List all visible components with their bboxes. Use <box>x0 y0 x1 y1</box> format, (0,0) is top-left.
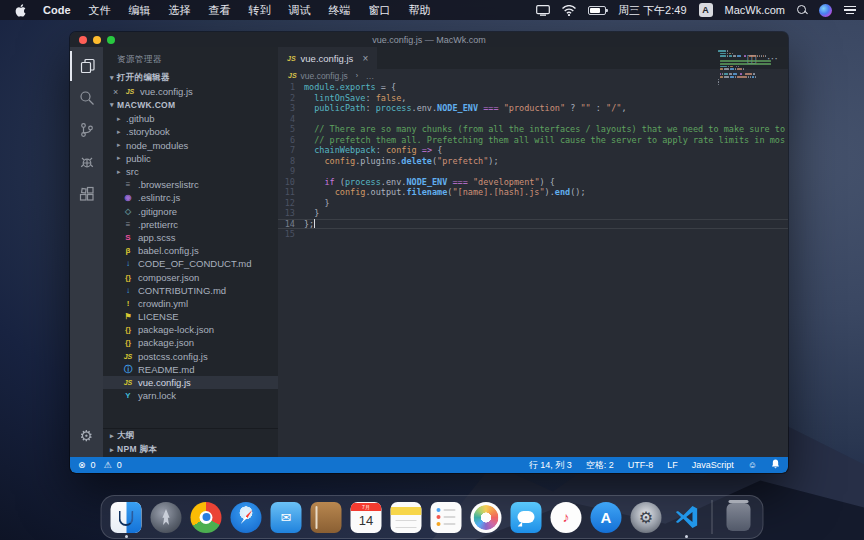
menu-item[interactable]: 调试 <box>280 4 320 16</box>
folder-item-storybook[interactable]: ▸.storybook <box>103 125 278 138</box>
file-item-LICENSE[interactable]: ⚑LICENSE <box>103 310 278 323</box>
file-item-.gitignore[interactable]: ◇.gitignore <box>103 205 278 218</box>
dock-item-reminders[interactable] <box>430 501 463 534</box>
open-editor-item[interactable]: ×JSvue.config.js <box>103 85 278 98</box>
manage-gear-icon[interactable]: ⚙ <box>70 421 103 451</box>
file-item-CODE_OF_CONDUCT.md[interactable]: ↓CODE_OF_CONDUCT.md <box>103 257 278 270</box>
code-line-14[interactable]: 14}; <box>278 219 788 230</box>
problems-indicator[interactable]: ⊗ 0 ⚠ 0 <box>78 460 122 470</box>
dock-item-trash[interactable] <box>722 501 755 534</box>
explorer-icon[interactable] <box>70 51 103 81</box>
sidebar-section-大纲[interactable]: ▸大纲 <box>103 429 278 443</box>
file-item-.prettierrc[interactable]: ≡.prettierrc <box>103 218 278 231</box>
dock-item-safari[interactable] <box>230 501 263 534</box>
dock-item-messages[interactable] <box>510 501 543 534</box>
notification-center-icon[interactable] <box>844 6 856 15</box>
dock-item-chrome[interactable] <box>190 501 223 534</box>
menu-item[interactable]: 转到 <box>240 4 280 16</box>
menu-item[interactable]: 编辑 <box>120 4 160 16</box>
code-line-4[interactable]: 4 <box>278 114 788 125</box>
file-item-babel.config.js[interactable]: βbabel.config.js <box>103 244 278 257</box>
feedback-smiley-icon[interactable]: ☺ <box>748 460 757 470</box>
file-item-yarn.lock[interactable]: Yyarn.lock <box>103 389 278 402</box>
sidebar-section-NPM 脚本[interactable]: ▸NPM 脚本 <box>103 443 278 457</box>
breadcrumb-file[interactable]: vue.config.js <box>301 71 348 81</box>
dock-item-notes[interactable] <box>390 501 423 534</box>
code-line-8[interactable]: 8 config.plugins.delete("prefetch"); <box>278 156 788 167</box>
menu-item[interactable]: 帮助 <box>400 4 440 16</box>
minimize-window-button[interactable] <box>93 36 101 44</box>
menu-app-name[interactable]: Code <box>34 4 80 16</box>
menu-brand-text[interactable]: MacWk.com <box>725 4 786 16</box>
file-item-composer.json[interactable]: {}composer.json <box>103 270 278 283</box>
code-line-12[interactable]: 12 } <box>278 198 788 209</box>
menu-item[interactable]: 查看 <box>200 4 240 16</box>
dock-item-vscode[interactable] <box>670 501 703 534</box>
code-line-9[interactable]: 9 <box>278 166 788 177</box>
dock-item-finder[interactable] <box>110 501 143 534</box>
code-line-13[interactable]: 13 } <box>278 208 788 219</box>
open-editors-section[interactable]: ▾ 打开的编辑器 <box>103 71 278 85</box>
file-item-vue.config.js[interactable]: JSvue.config.js <box>103 376 278 389</box>
zoom-window-button[interactable] <box>107 36 115 44</box>
wifi-icon[interactable] <box>562 5 576 16</box>
code-line-3[interactable]: 3 publicPath: process.env.NODE_ENV === "… <box>278 103 788 114</box>
dock-item-contacts[interactable] <box>310 501 343 534</box>
menu-item[interactable]: 选择 <box>160 4 200 16</box>
notifications-bell-icon[interactable] <box>771 459 780 471</box>
code-line-6[interactable]: 6 // prefetch them all. Prefetching them… <box>278 135 788 146</box>
code-line-7[interactable]: 7 chainWebpack: config => { <box>278 145 788 156</box>
status-indentation[interactable]: 空格: 2 <box>586 459 614 472</box>
apple-menu[interactable] <box>12 4 28 17</box>
dock-item-system-preferences[interactable]: ⚙ <box>630 501 663 534</box>
debug-icon[interactable] <box>70 147 103 177</box>
file-item-CONTRIBUTING.md[interactable]: ↓CONTRIBUTING.md <box>103 284 278 297</box>
code-line-15[interactable]: 15 <box>278 229 788 240</box>
code-line-10[interactable]: 10 if (process.env.NODE_ENV === "develop… <box>278 177 788 188</box>
menu-item[interactable]: 文件 <box>80 4 120 16</box>
spotlight-search-icon[interactable] <box>797 5 807 15</box>
folder-item-src[interactable]: ▸src <box>103 165 278 178</box>
folder-item-public[interactable]: ▸public <box>103 152 278 165</box>
status-eol[interactable]: LF <box>667 460 678 470</box>
breadcrumb-more[interactable]: … <box>366 71 375 81</box>
extensions-icon[interactable] <box>70 179 103 209</box>
code-line-5[interactable]: 5 // There are so many chunks (from all … <box>278 124 788 135</box>
display-icon[interactable] <box>536 5 550 16</box>
search-icon[interactable] <box>70 83 103 113</box>
tab-vue-config-js[interactable]: JS vue.config.js × <box>278 47 377 69</box>
close-window-button[interactable] <box>79 36 87 44</box>
file-item-crowdin.yml[interactable]: !crowdin.yml <box>103 297 278 310</box>
status-encoding[interactable]: UTF-8 <box>628 460 654 470</box>
file-item-.browserslistrc[interactable]: ≡.browserslistrc <box>103 178 278 191</box>
file-item-postcss.config.js[interactable]: JSpostcss.config.js <box>103 350 278 363</box>
tab-close-icon[interactable]: × <box>362 53 368 64</box>
status-cursor-position[interactable]: 行 14, 列 3 <box>529 459 572 472</box>
menu-clock[interactable]: 周三 下午2:49 <box>618 3 686 18</box>
dock-item-app-store[interactable] <box>590 501 623 534</box>
file-item-package-lock.json[interactable]: {}package-lock.json <box>103 323 278 336</box>
dock-item-calendar[interactable]: 7月14 <box>350 501 383 534</box>
code-line-11[interactable]: 11 config.output.filename("[name].[hash]… <box>278 187 788 198</box>
file-item-.eslintrc.js[interactable]: ◉.eslintrc.js <box>103 191 278 204</box>
dock-item-mail[interactable]: ✉ <box>270 501 303 534</box>
code-line-1[interactable]: 1module.exports = { <box>278 82 788 93</box>
window-titlebar[interactable]: vue.config.js — MacWk.com <box>70 32 788 47</box>
siri-icon[interactable] <box>819 4 832 17</box>
source-control-icon[interactable] <box>70 115 103 145</box>
file-item-app.scss[interactable]: Sapp.scss <box>103 231 278 244</box>
status-language-mode[interactable]: JavaScript <box>692 460 734 470</box>
dock-item-music[interactable]: ♪ <box>550 501 583 534</box>
minimap[interactable] <box>718 50 772 89</box>
project-root-section[interactable]: ▾ MACWK.COM <box>103 98 278 112</box>
battery-icon[interactable] <box>588 6 606 15</box>
folder-item-github[interactable]: ▸.github <box>103 112 278 125</box>
code-line-2[interactable]: 2 lintOnSave: false, <box>278 93 788 104</box>
dock-item-photos[interactable] <box>470 501 503 534</box>
breadcrumb[interactable]: JS vue.config.js › … <box>278 69 788 82</box>
dock-item-launchpad[interactable] <box>150 501 183 534</box>
input-method-badge[interactable]: A <box>699 3 713 17</box>
code-editor[interactable]: 1module.exports = {2 lintOnSave: false,3… <box>278 82 788 457</box>
file-item-package.json[interactable]: {}package.json <box>103 336 278 349</box>
folder-item-node_modules[interactable]: ▸node_modules <box>103 139 278 152</box>
